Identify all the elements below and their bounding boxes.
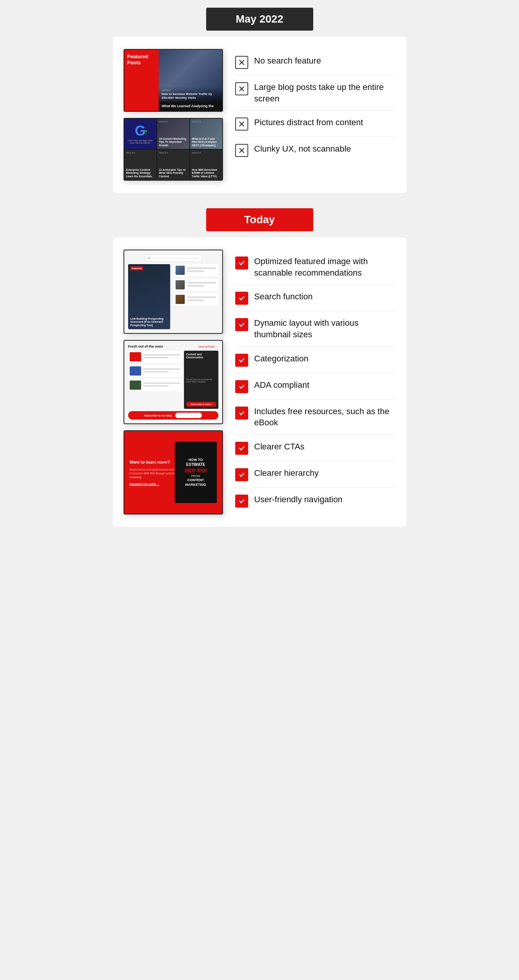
may-s1-date: 2022.8.2 [162, 89, 219, 91]
may-feature-4: Clunky UX, not scannable [235, 137, 396, 163]
today-list-line-1a [187, 267, 216, 269]
today-list-img-1 [176, 266, 185, 275]
check-icon-7 [235, 442, 248, 455]
may-s2-title-5: 12 Actionable Tips to Write SEO-Friendly… [159, 168, 187, 178]
today-s2-subscribe-bar: Subscribe to our blog [128, 411, 218, 420]
today-featured-tag: Featured [130, 266, 143, 270]
today-s2-line-2b [143, 371, 169, 372]
today-list-line-3a [187, 296, 216, 298]
may-s2-cell-6: 2022.8.4 How IBM Generated $250M of Life… [190, 150, 222, 180]
today-feature-text-9: User-friendly navigation [254, 494, 343, 505]
may-s1-caption: What We Learned Analyzing the [159, 102, 222, 111]
today-card: Featured Link Building Prospecting Score… [113, 237, 407, 527]
today-featured-title: Link Building Prospecting Scorecard [Fre… [130, 317, 168, 327]
may-s2-date-4: 2022.8.5 [126, 152, 155, 154]
today-s2-img-3 [130, 381, 141, 390]
may-s2-cell-3: 2022.8.2 What Is E-A-T and How Does It I… [190, 119, 222, 149]
may-feature-text-2: Large blog posts take up the entire scre… [254, 82, 396, 104]
may-s2-date-3: 2022.8.2 [192, 121, 220, 123]
may-s2-date-2: 2022.8.2 [159, 121, 187, 123]
today-screenshot-3: Want to learn more? Check out our free g… [124, 430, 223, 514]
today-s2-section-title: Fresh out of the oven [128, 345, 163, 348]
today-feature-1: Optimized featured image with scannable … [235, 250, 396, 285]
today-search-bar [145, 254, 202, 262]
search-dot [148, 257, 150, 259]
today-list-line-2b [187, 285, 205, 287]
today-label: Today [206, 208, 313, 231]
today-feature-text-8: Clearer hierarchy [254, 467, 319, 479]
today-feature-text-3: Dynamic layout with various thumbnail si… [254, 317, 396, 340]
may-s2-title-6: How IBM Generated $250M of Lifetime Traf… [192, 168, 220, 178]
cross-icon-3 [235, 118, 248, 131]
google-arrow: ↗ [142, 128, 147, 136]
today-list-item-3 [173, 293, 218, 305]
may-s2-cell-5: 2022.8.4 12 Actionable Tips to Write SEO… [157, 150, 189, 180]
may-2022-label: May 2022 [206, 8, 313, 31]
may-s2-title-2: 19 Content Marketing Tips To Skyrocket G… [159, 137, 187, 147]
today-s2-podcast-title: Content and Conversation [186, 353, 216, 359]
may-feature-3: Pictures distract from content [235, 111, 396, 137]
may-s2-google-text: Learn how we help solve your SEO problem… [126, 139, 155, 144]
check-icon-2 [235, 292, 248, 305]
may-featured-label: Featured Posts [127, 54, 156, 65]
today-screenshot-2: Fresh out of the oven View all Posts → [124, 340, 223, 424]
today-s2-podcast-sub: Check out our podcast for more SEO Insig… [186, 378, 216, 383]
today-feature-text-6: Includes free resources, such as the eBo… [254, 406, 396, 428]
today-s2-email-input [175, 413, 202, 418]
today-list-img-2 [176, 280, 185, 289]
today-s2-podcast: Content and Conversation Check out our p… [184, 351, 218, 409]
search-line [152, 258, 198, 258]
may-s2-title-3: What Is E-A-T and How Does It Impact SEO… [192, 137, 220, 147]
may-2022-card: Featured Posts 2022.8.2 How to Increase … [113, 37, 407, 193]
check-icon-5 [235, 380, 248, 393]
today-list-line-3b [187, 299, 205, 301]
today-s2-row-1 [128, 351, 182, 363]
today-feature-text-5: ADA compliant [254, 379, 309, 391]
today-s3-book-text: HOW TO ESTIMATE SEO ROI FROM CONTENT MAR… [184, 458, 207, 487]
check-icon-3 [235, 318, 248, 331]
today-list [173, 264, 218, 329]
today-feature-text-1: Optimized featured image with scannable … [254, 256, 396, 278]
today-s2-line-1a [143, 354, 180, 356]
today-s3-cta-left: Want to learn more? Check out our free g… [130, 459, 175, 486]
check-icon-1 [235, 256, 248, 270]
today-feature-text-7: Clearer CTAs [254, 441, 305, 452]
check-icon-9 [235, 495, 248, 508]
cross-icon-1 [235, 56, 248, 69]
today-feature-3: Dynamic layout with various thumbnail si… [235, 311, 396, 346]
may-s2-cell-2: 2022.8.2 19 Content Marketing Tips To Sk… [157, 119, 189, 149]
cross-icon-2 [235, 82, 248, 95]
check-icon-8 [235, 468, 248, 481]
today-features: Optimized featured image with scannable … [235, 250, 396, 514]
may-screenshots: Featured Posts 2022.8.2 How to Increase … [124, 49, 223, 181]
today-s2-footer-text: Subscribe to our blog [144, 414, 172, 417]
may-feature-text-1: No search feature [254, 55, 321, 67]
today-s2-line-2a [143, 368, 180, 370]
today-s3-book: HOW TO ESTIMATE SEO ROI FROM CONTENT MAR… [175, 442, 217, 503]
may-screenshot-1: Featured Posts 2022.8.2 How to Increase … [124, 49, 223, 112]
today-feature-text-2: Search function [254, 291, 313, 302]
today-list-line-1b [187, 270, 205, 272]
may-screenshot-2: G ↗ Learn how we help solve your SEO pro… [124, 118, 223, 181]
may-s2-date-6: 2022.8.4 [192, 152, 220, 154]
today-feature-5: ADA compliant [235, 373, 396, 400]
may-feature-text-3: Pictures distract from content [254, 117, 363, 128]
today-s2-line-3b [143, 385, 169, 387]
today-s3-title: Want to learn more? [130, 459, 175, 465]
today-s2-img-1 [130, 352, 141, 361]
today-s2-row-2 [128, 365, 182, 377]
may-s2-title-4: Enterprise Content Marketing Strategy: L… [126, 168, 155, 178]
today-feature-9: User-friendly navigation [235, 488, 396, 514]
today-s2-line-1b [143, 357, 169, 358]
may-feature-text-4: Clunky UX, not scannable [254, 143, 351, 155]
may-s2-date-5: 2022.8.4 [159, 152, 187, 154]
today-screenshot-1: Featured Link Building Prospecting Score… [124, 250, 223, 334]
check-icon-6 [235, 407, 248, 420]
may-s2-cell-google: G ↗ Learn how we help solve your SEO pro… [124, 119, 156, 149]
today-feature-4: Categorization [235, 347, 396, 373]
check-icon-4 [235, 354, 248, 367]
today-s2-img-2 [130, 366, 141, 376]
may-features: No search feature Large blog posts take … [235, 49, 396, 181]
today-s2-line-3a [143, 382, 180, 384]
may-s1-article-title: How to Increase Website Traffic by 250,0… [162, 92, 219, 100]
